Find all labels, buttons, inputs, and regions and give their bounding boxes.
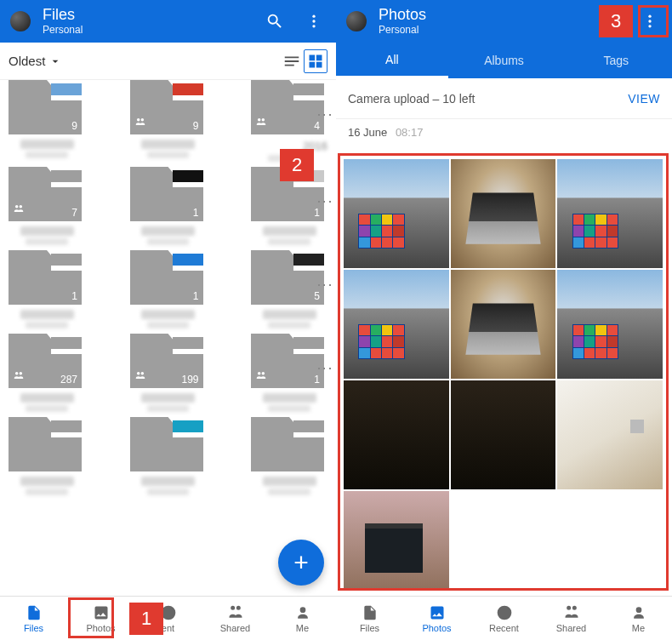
photo-thumb[interactable] (557, 380, 663, 489)
files-title: Files (43, 7, 263, 24)
folder-count: 1 (71, 290, 77, 302)
sort-bar: Oldest (0, 43, 336, 80)
svg-point-8 (20, 205, 22, 209)
nav-photos[interactable]: Photos (403, 597, 470, 640)
folder[interactable]: 287 (9, 340, 85, 419)
files-header: Files Personal (0, 0, 336, 43)
shared-icon (255, 369, 267, 384)
svg-point-6 (262, 118, 265, 122)
photo-thumb[interactable] (344, 159, 449, 268)
shared-icon (13, 369, 25, 384)
nav-label: Me (632, 623, 645, 633)
search-icon[interactable] (263, 9, 287, 33)
folder-count: 9 (71, 120, 77, 132)
shared-icon (13, 203, 25, 217)
folder-count: 287 (60, 374, 77, 386)
folder[interactable]: 5 (251, 257, 327, 335)
svg-point-3 (136, 118, 140, 122)
photo-time: 08:17 (396, 126, 424, 139)
photo-thumb[interactable] (557, 159, 663, 268)
nav-label: ent (162, 623, 174, 633)
nav-me[interactable]: Me (269, 597, 336, 640)
tab-all[interactable]: All (336, 43, 448, 78)
nav-files[interactable]: Files (0, 597, 67, 640)
svg-point-2 (312, 25, 315, 27)
photo-thumb[interactable] (344, 380, 449, 489)
folder[interactable]: 199 (130, 340, 207, 419)
photo-date: 16 June (348, 126, 387, 139)
folder-count: 5 (314, 290, 320, 302)
photo-date-header: 16 June 08:17 (336, 119, 672, 139)
svg-point-1 (312, 20, 315, 22)
nav-label: Shared (220, 623, 250, 633)
bottom-nav-left: FilesPhotosentSharedMe (0, 596, 336, 640)
svg-point-7 (15, 205, 19, 209)
folder[interactable]: 1 (130, 257, 207, 335)
folder[interactable] (130, 424, 207, 502)
nav-label: Shared (556, 623, 586, 633)
files-pane: Files Personal Oldest 9942016⋮711⋮115⋮28… (0, 0, 336, 640)
folder[interactable]: 9 (9, 87, 85, 169)
svg-point-10 (20, 372, 22, 375)
svg-point-11 (136, 372, 140, 375)
folder[interactable]: 1 (251, 340, 327, 419)
step3-highlight (638, 5, 669, 37)
row-menu-icon[interactable]: ⋮ (320, 107, 329, 122)
folder[interactable]: 1 (130, 174, 207, 252)
step1-badge: 1 (129, 603, 163, 635)
tab-albums[interactable]: Albums (448, 43, 561, 78)
folder[interactable] (9, 424, 85, 502)
photo-thumb[interactable] (451, 380, 556, 489)
photo-thumb[interactable] (344, 270, 449, 379)
photo-thumb[interactable] (557, 270, 663, 379)
photo-thumb[interactable] (344, 491, 449, 591)
nav-shared[interactable]: Shared (538, 597, 605, 640)
step1-highlight (68, 597, 114, 638)
folder[interactable] (251, 424, 327, 502)
header-titles: Files Personal (43, 7, 263, 36)
fab-add[interactable]: + (278, 540, 324, 586)
folder-count: 199 (181, 374, 198, 386)
folder-count: 7 (71, 207, 77, 219)
nav-shared[interactable]: Shared (202, 597, 269, 640)
shared-icon (255, 116, 267, 130)
photo-tabs: AllAlbumsTags (336, 43, 672, 78)
bottom-nav-right: FilesPhotosRecentSharedMe (336, 596, 672, 640)
tab-tags[interactable]: Tags (560, 43, 672, 78)
row-menu-icon[interactable]: ⋮ (320, 194, 329, 209)
svg-point-9 (15, 372, 19, 375)
more-icon[interactable] (302, 9, 326, 33)
photo-thumb[interactable] (451, 159, 556, 268)
svg-point-4 (140, 118, 144, 122)
row-menu-icon[interactable]: ⋮ (320, 277, 329, 292)
svg-point-13 (258, 372, 261, 375)
shared-icon (134, 369, 146, 384)
nav-recent[interactable]: Recent (470, 597, 538, 640)
svg-point-0 (312, 15, 315, 18)
nav-label: Recent (489, 623, 519, 633)
nav-files[interactable]: Files (336, 597, 403, 640)
list-view-icon[interactable] (280, 49, 304, 73)
grid-view-icon[interactable] (304, 49, 327, 73)
folder-count: 9 (193, 120, 199, 132)
step3-badge: 3 (599, 5, 633, 37)
avatar[interactable] (346, 11, 367, 31)
avatar[interactable] (10, 11, 31, 31)
folder[interactable]: 1 (9, 257, 85, 335)
folder-count: 1 (314, 374, 320, 386)
nav-label: Photos (422, 623, 451, 633)
folder[interactable]: 9 (130, 87, 207, 169)
folder[interactable]: 1 (251, 174, 327, 252)
nav-label: Files (24, 623, 43, 633)
upload-view-link[interactable]: VIEW (628, 92, 660, 106)
nav-me[interactable]: Me (605, 597, 672, 640)
photo-thumb[interactable] (451, 270, 556, 379)
folder-count: 1 (314, 207, 320, 219)
shared-icon (134, 116, 146, 130)
step2-badge: 2 (280, 149, 314, 181)
folder[interactable]: 7 (9, 174, 85, 252)
svg-point-12 (140, 372, 144, 375)
row-menu-icon[interactable]: ⋮ (320, 361, 329, 375)
upload-status: Camera upload – 10 left (348, 92, 475, 106)
sort-dropdown[interactable]: Oldest (9, 54, 62, 68)
